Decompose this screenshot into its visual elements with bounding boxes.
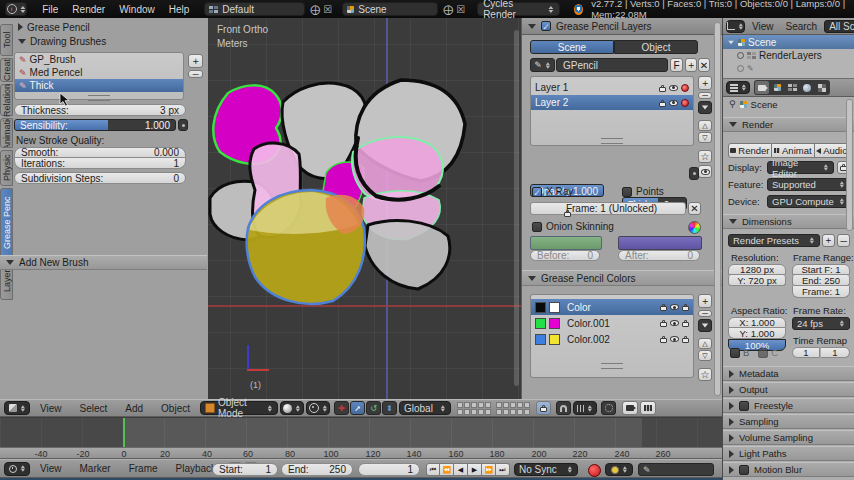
timeline-playhead[interactable]	[123, 418, 125, 448]
layer-add-button[interactable]: ＋	[698, 76, 712, 90]
start-frame-field[interactable]: Start F: 1	[792, 264, 850, 275]
gp-colors-panel-header[interactable]: Grease Pencil Colors	[522, 270, 722, 286]
outliner-item-renderlayers[interactable]: RenderLayers	[723, 49, 854, 62]
tab-tool[interactable]: Tool	[0, 24, 13, 56]
jump-prev-keyframe-button[interactable]: ⏪	[440, 463, 454, 476]
fill-color-swatch[interactable]	[549, 302, 560, 313]
color-remove-button[interactable]: ─	[698, 310, 712, 317]
sensibility-animate-button[interactable]	[178, 119, 188, 131]
unlock-icon[interactable]	[564, 212, 571, 217]
motion-blur-checkbox[interactable]	[739, 465, 749, 475]
viewport-3d[interactable]: Front Ortho Meters (1)	[208, 18, 521, 399]
layer-specials-button[interactable]	[698, 101, 712, 114]
layers-grid-1[interactable]	[457, 402, 491, 415]
timeline-menu-frame[interactable]: Frame	[121, 463, 166, 474]
subdivision-field[interactable]: Subdivision Steps: 0	[14, 172, 186, 184]
light-paths-panel-header[interactable]: Light Paths	[723, 446, 854, 461]
manipulator-rotate-button[interactable]: ↺	[366, 401, 381, 415]
lock-icon[interactable]	[660, 306, 667, 311]
onion-before-field[interactable]: Before: 0	[530, 250, 600, 261]
display-selector[interactable]: Image Editor	[767, 161, 834, 174]
fake-user-button[interactable]: F	[670, 58, 683, 72]
iterations-field[interactable]: Iterations: 1	[14, 158, 186, 169]
disclosure-arrow-icon[interactable]	[728, 40, 734, 44]
jump-next-keyframe-button[interactable]: ⏩	[482, 463, 496, 476]
frame-delete-button[interactable]: ✕	[688, 202, 701, 215]
scene-delete-button[interactable]: ☒	[456, 4, 465, 15]
resolution-x-field[interactable]: 1280 px	[728, 264, 786, 275]
gp-datablock-name-field[interactable]: GPencil	[556, 58, 668, 72]
motion-blur-panel-header[interactable]: Motion Blur	[723, 462, 854, 477]
onion-skinning-checkbox[interactable]	[532, 222, 542, 232]
stroke-color-swatch[interactable]	[535, 318, 546, 329]
timeline-canvas[interactable]	[0, 417, 722, 448]
eye-icon[interactable]	[669, 100, 678, 106]
device-selector[interactable]: GPU Compute	[767, 195, 850, 208]
thickness-animate-button[interactable]	[689, 167, 699, 180]
points-option[interactable]: Points	[622, 186, 664, 197]
timeline-editor-type-button[interactable]	[4, 462, 30, 476]
freestyle-panel-header[interactable]: Freestyle	[723, 398, 854, 413]
shading-selector[interactable]	[280, 401, 304, 415]
timeline-menu-marker[interactable]: Marker	[72, 463, 119, 474]
view3d-menu-select[interactable]: Select	[72, 403, 116, 414]
lock-icon[interactable]	[659, 102, 666, 107]
gp-source-object-tab[interactable]: Object	[614, 40, 698, 54]
play-reverse-button[interactable]: ◀	[454, 463, 468, 476]
render-engine-selector[interactable]: Cycles Render	[477, 2, 560, 16]
onion-after-field[interactable]: After: 0	[618, 250, 700, 261]
context-object-tab[interactable]	[815, 81, 829, 94]
frame-lock-bar[interactable]: Frame: 1 (Unlocked)	[530, 202, 686, 215]
timeline-end-field[interactable]: End: 250	[281, 463, 353, 476]
outliner-menu-view[interactable]: View	[747, 21, 779, 32]
preset-remove-button[interactable]: ─	[837, 234, 850, 247]
outliner-item-partial[interactable]: ✎	[723, 62, 854, 74]
brush-thickness-field[interactable]: Thickness: 3 px	[14, 104, 186, 116]
sync-mode-selector[interactable]: No Sync	[514, 463, 578, 476]
border-checkbox[interactable]	[730, 348, 740, 358]
stroke-color-swatch[interactable]	[535, 302, 546, 313]
list-resize-grip[interactable]	[88, 95, 110, 101]
datablock-unlink-button[interactable]: ✕	[698, 58, 710, 72]
manipulator-scale-button[interactable]: ⬍	[382, 401, 397, 415]
gp-region-scrollbar[interactable]	[714, 22, 721, 396]
lock-icon[interactable]	[660, 322, 667, 327]
ghost-lock-icon[interactable]	[682, 338, 689, 343]
list-item[interactable]: Color.002	[531, 331, 693, 347]
fill-color-swatch[interactable]	[549, 318, 560, 329]
panel-drawing-brushes-header[interactable]: Drawing Brushes	[18, 35, 106, 47]
color-wheel-icon[interactable]	[688, 221, 701, 234]
render-panel-header[interactable]: Render	[723, 117, 854, 132]
context-world-tab[interactable]	[800, 81, 814, 94]
brush-add-button[interactable]: ＋	[188, 54, 203, 68]
context-renderlayers-tab[interactable]	[785, 81, 799, 94]
points-checkbox[interactable]	[622, 187, 632, 197]
list-item[interactable]: Color.001	[531, 315, 693, 331]
list-resize-grip[interactable]	[601, 363, 623, 369]
onion-after-color-bar[interactable]	[618, 236, 702, 250]
color-isolate-button[interactable]: ☆	[698, 368, 712, 381]
dimensions-panel-header[interactable]: Dimensions	[723, 214, 854, 229]
orientation-selector[interactable]: Global	[399, 401, 451, 415]
onion-before-color-bar[interactable]	[530, 236, 602, 250]
menu-help[interactable]: Help	[162, 4, 197, 15]
proportional-edit-button[interactable]	[601, 401, 616, 415]
layers-grid-2[interactable]	[496, 402, 530, 415]
lock-icon[interactable]	[659, 87, 666, 92]
play-button[interactable]: ▶	[468, 463, 482, 476]
jump-to-start-button[interactable]: ⏮	[426, 463, 440, 476]
layer-move-up-button[interactable]: △	[698, 120, 712, 131]
render-still-button[interactable]: Render	[728, 143, 772, 158]
list-item-selected[interactable]: ✎ Thick	[15, 79, 183, 92]
lock-to-scene-button[interactable]	[536, 401, 551, 415]
xray-option[interactable]: ✓ X Ray	[532, 186, 573, 197]
pivot-selector[interactable]	[306, 401, 330, 415]
current-frame-field[interactable]: Frame: 1	[792, 286, 850, 298]
preset-add-button[interactable]: ＋	[822, 234, 835, 247]
freestyle-checkbox[interactable]	[739, 401, 749, 411]
aspect-y-field[interactable]: Y: 1.000	[728, 328, 786, 339]
gp-source-scene-tab[interactable]: Scene	[530, 40, 614, 54]
metadata-panel-header[interactable]: Metadata	[723, 366, 854, 381]
ghost-lock-icon[interactable]	[682, 306, 689, 311]
tab-create[interactable]: Creat	[0, 58, 13, 82]
